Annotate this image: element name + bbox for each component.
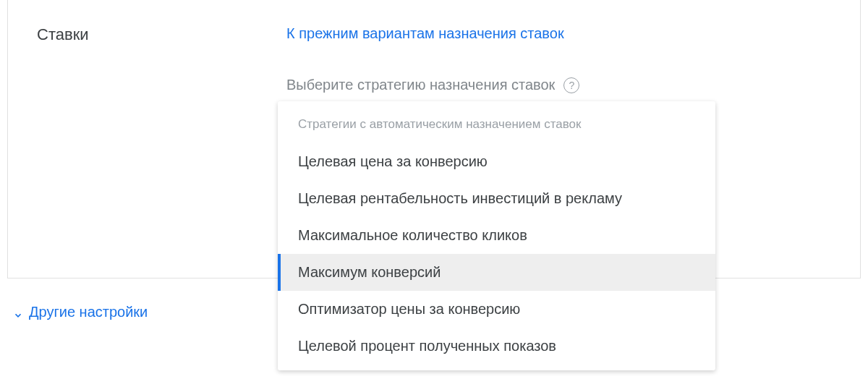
dropdown-group-label: Стратегии с автоматическим назначением с… — [278, 117, 715, 143]
other-settings-toggle[interactable]: Другие настройки — [13, 304, 148, 320]
select-strategy-label: Выберите стратегию назначения ставок — [286, 77, 555, 93]
strategy-option[interactable]: Максимальное количество кликов — [278, 217, 715, 254]
strategy-option[interactable]: Целевой процент полученных показов — [278, 328, 715, 365]
content-column: К прежним вариантам назначения ставок Вы… — [286, 25, 579, 93]
strategy-dropdown: Стратегии с автоматическим назначением с… — [278, 101, 715, 370]
subheading-row: Выберите стратегию назначения ставок ? — [286, 77, 579, 93]
back-to-previous-link[interactable]: К прежним вариантам назначения ставок — [286, 25, 564, 42]
other-settings-label: Другие настройки — [29, 304, 148, 320]
strategy-option[interactable]: Максимум конверсий — [278, 254, 715, 291]
help-icon[interactable]: ? — [563, 77, 579, 93]
strategy-option[interactable]: Целевая цена за конверсию — [278, 143, 715, 180]
strategy-option[interactable]: Оптимизатор цены за конверсию — [278, 291, 715, 328]
strategy-option[interactable]: Целевая рентабельность инвестиций в рекл… — [278, 180, 715, 217]
chevron-down-icon — [13, 307, 23, 318]
section-label: Ставки — [37, 25, 89, 44]
